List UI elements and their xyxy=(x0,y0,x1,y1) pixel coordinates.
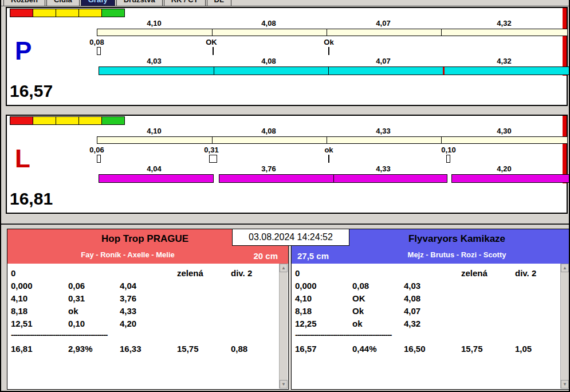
light-yellow-icon xyxy=(78,116,102,125)
tick-box-icon xyxy=(446,155,450,163)
status-cell: zelená xyxy=(177,268,203,278)
split-value: 4,20 xyxy=(441,164,568,173)
run-split-values: 4,03 4,08 4,07 4,32 xyxy=(97,57,568,65)
split-value: 4,32 xyxy=(441,57,568,65)
run-bar-segment xyxy=(219,174,447,183)
down-arrow-icon: ▼ xyxy=(281,382,286,387)
table-cell: Ok xyxy=(352,306,364,316)
light-yellow-icon xyxy=(56,116,79,125)
split-value: 4,08 xyxy=(211,57,326,65)
down-arrow-icon: ▼ xyxy=(563,382,567,387)
table-cell: ok xyxy=(352,319,363,328)
crossing-label: 0,08 xyxy=(76,38,117,46)
total-time: 16,81 xyxy=(11,344,33,354)
app-window: Rozbeh Cidla Grafy Druzstva RK / CT DL 4… xyxy=(0,0,570,392)
table-row: 0,000 0,06 4,04 xyxy=(7,281,278,293)
crossing-marks: 0,08 OK Ok xyxy=(97,38,568,46)
split-value: 4,10 xyxy=(97,127,211,135)
fault-box-icon xyxy=(209,155,217,163)
table-cell: 0,08 xyxy=(352,281,369,291)
total-diff: 1,05 xyxy=(515,344,532,354)
results-table-right: 0 zelená div. 2 0,000 0,08 4,03 4,10 OK … xyxy=(292,264,569,389)
table-cell: 4,03 xyxy=(404,281,420,291)
total-net: 16,50 xyxy=(404,344,426,354)
lane-letter: L xyxy=(15,146,30,171)
table-cell: 4,10 xyxy=(11,293,27,303)
table-cell: 0,000 xyxy=(11,281,33,291)
tab-druzstva[interactable]: Druzstva xyxy=(116,0,163,6)
team-panel-left: Hop Trop PRAGUE Fay - Roník - Axelle - M… xyxy=(7,229,289,390)
tab-dl[interactable]: DL xyxy=(207,0,231,6)
reference-split-values: 4,10 4,08 4,07 4,32 xyxy=(97,19,568,28)
light-green-icon xyxy=(101,9,125,17)
split-value: 4,07 xyxy=(326,19,441,28)
run-bar-magenta xyxy=(99,174,569,183)
team-members: Fay - Roník - Axelle - Melie xyxy=(7,250,288,259)
up-arrow-icon: ▲ xyxy=(281,265,286,271)
table-scrollbar[interactable]: ▲ ▼ xyxy=(560,264,569,389)
table-scrollbar[interactable]: ▲ ▼ xyxy=(279,264,288,389)
split-value: 4,32 xyxy=(441,19,568,28)
table-cell: 8,18 xyxy=(295,306,312,316)
total-percent: 0,44% xyxy=(352,344,377,354)
split-value: 4,33 xyxy=(326,164,441,173)
run-bar-segment xyxy=(451,174,569,183)
split-value: 4,03 xyxy=(97,57,211,65)
status-cell: zelená xyxy=(461,268,488,278)
table-cell: 8,18 xyxy=(11,306,27,316)
table-row: 0 zelená div. 2 xyxy=(292,268,559,281)
crossing-label: OK xyxy=(191,38,232,46)
table-cell: 0 xyxy=(11,268,15,278)
crossing-label: 0,10 xyxy=(428,146,469,154)
tab-rozbeh[interactable]: Rozbeh xyxy=(3,0,45,6)
tick-line-icon xyxy=(328,155,329,163)
total-time: 16,57 xyxy=(295,344,317,354)
table-cell: 0,31 xyxy=(68,293,85,303)
table-cell: 4,32 xyxy=(404,319,420,328)
lane-letter: P xyxy=(15,38,32,64)
total-percent: 2,93% xyxy=(68,344,93,354)
run-split-values: 4,04 3,76 4,33 4,20 xyxy=(97,164,568,173)
total-diff: 0,88 xyxy=(231,344,247,354)
tab-grafy[interactable]: Grafy xyxy=(81,0,115,6)
team-panel-right: Flyvaryors Kamikaze Mejz - Brutus - Rozi… xyxy=(291,229,570,390)
crossing-ticks xyxy=(97,47,568,55)
table-cell: 4,08 xyxy=(404,293,420,303)
tab-rk-ct[interactable]: RK / CT xyxy=(164,0,206,6)
split-value: 4,08 xyxy=(211,19,326,28)
scroll-down-button[interactable]: ▼ xyxy=(561,380,569,389)
split-value: 4,04 xyxy=(97,164,211,173)
scroll-up-button[interactable]: ▲ xyxy=(280,264,288,272)
division-cell: div. 2 xyxy=(515,268,536,278)
tick-box-icon xyxy=(97,155,101,163)
run-bar-segment xyxy=(99,174,214,183)
crossing-marks: 0,06 0,31 ok 0,10 xyxy=(97,146,568,154)
reference-bar xyxy=(97,29,568,36)
tab-cidla[interactable]: Cidla xyxy=(46,0,80,6)
results-table-left: 0 zelená div. 2 0,000 0,06 4,04 4,10 0,3… xyxy=(7,264,288,389)
split-value: 4,08 xyxy=(211,127,326,135)
tick-box-icon xyxy=(97,47,101,55)
timestamp: 03.08.2024 14:24:52 xyxy=(232,229,349,246)
start-lights xyxy=(10,116,124,125)
light-yellow-icon xyxy=(78,9,102,17)
tab-bar: Rozbeh Cidla Grafy Druzstva RK / CT DL xyxy=(1,0,569,6)
reference-bar xyxy=(97,136,568,144)
reference-split-values: 4,10 4,08 4,33 4,30 xyxy=(97,127,568,135)
scroll-up-button[interactable]: ▲ xyxy=(561,264,569,272)
start-lights xyxy=(10,9,124,17)
scroll-down-button[interactable]: ▼ xyxy=(280,380,288,389)
totals-row: 16,57 0,44% 16,50 15,75 1,05 xyxy=(292,344,559,356)
table-row: 0 zelená div. 2 xyxy=(7,268,278,281)
jump-height: 20 cm xyxy=(253,251,278,261)
table-cell: 12,51 xyxy=(11,319,33,328)
table-cell: 3,76 xyxy=(120,293,136,303)
lane-total-time: 16,57 xyxy=(10,81,53,101)
crossing-label: Ok xyxy=(308,38,349,46)
light-red-icon xyxy=(10,9,33,17)
split-value: 4,07 xyxy=(326,57,441,65)
totals-row: 16,81 2,93% 16,33 15,75 0,88 xyxy=(7,344,278,356)
table-cell: ok xyxy=(68,306,78,316)
table-cell: OK xyxy=(352,293,365,303)
total-ref: 15,75 xyxy=(177,344,199,354)
